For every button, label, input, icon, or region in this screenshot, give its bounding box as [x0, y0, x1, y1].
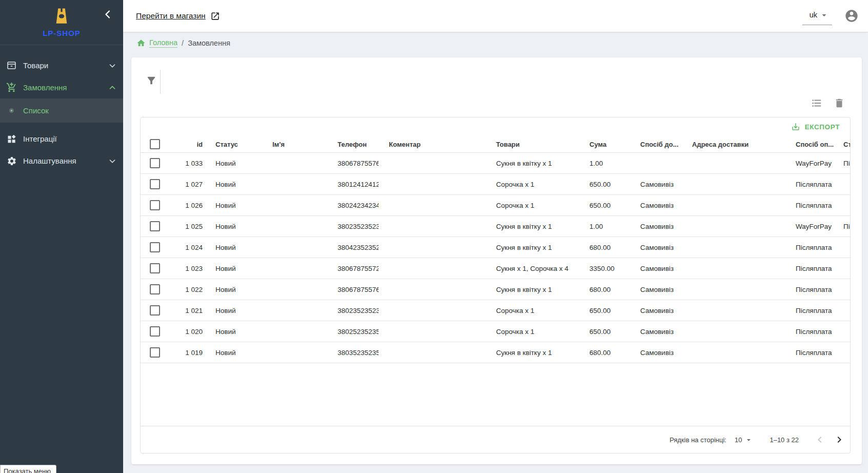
- column-header-payment[interactable]: Спосіб оп...: [785, 136, 837, 153]
- column-header-status[interactable]: Статус: [205, 136, 262, 153]
- row-checkbox-cell: [141, 195, 169, 216]
- pagination: Рядків на сторінці: 10 1–10 з 22: [141, 426, 850, 453]
- collapse-sidebar-icon[interactable]: [102, 8, 114, 21]
- cell-id: 1 024: [169, 237, 205, 258]
- table-row[interactable]: 1 024 Новий 380423523523 Сукня в квітку …: [141, 237, 850, 258]
- table-row[interactable]: 1 026 Новий 380242342342 Сорочка x 1 650…: [141, 195, 850, 216]
- sidebar-item-orders-list[interactable]: Список: [0, 98, 123, 123]
- cell-id: 1 019: [169, 342, 205, 363]
- cell-comment: [379, 174, 486, 195]
- cell-phone: 380678755765: [327, 279, 379, 300]
- gear-icon: [6, 155, 17, 166]
- cell-payment-status: [837, 174, 850, 195]
- chevron-down-icon: [108, 156, 117, 166]
- filter-funnel-icon[interactable]: [146, 75, 157, 86]
- table-row[interactable]: 1 027 Новий 380124124124 Сорочка x 1 650…: [141, 174, 850, 195]
- column-header-sum[interactable]: Сума: [579, 136, 630, 153]
- row-checkbox-cell: [141, 321, 169, 342]
- cell-address: [682, 153, 785, 174]
- row-checkbox[interactable]: [150, 305, 160, 316]
- cell-address: [682, 195, 785, 216]
- cell-delivery: Самовивіз: [630, 237, 682, 258]
- row-checkbox-cell: [141, 237, 169, 258]
- row-checkbox[interactable]: [150, 179, 160, 189]
- row-checkbox[interactable]: [150, 347, 160, 358]
- cell-comment: [379, 300, 486, 321]
- table-row[interactable]: 1 020 Новий 380252352352 Сорочка x 1 650…: [141, 321, 850, 342]
- row-checkbox[interactable]: [150, 158, 160, 168]
- logo[interactable]: LP-SHOP: [0, 0, 123, 45]
- column-header-payment-status[interactable]: Ст: [837, 136, 850, 153]
- rows-per-page-label: Рядків на сторінці:: [669, 436, 726, 444]
- row-checkbox[interactable]: [150, 242, 160, 252]
- sidebar-item-label: Товари: [23, 61, 48, 70]
- sidebar-item-integrations[interactable]: Інтеграції: [0, 128, 123, 150]
- cell-payment: Післяплата: [785, 258, 837, 279]
- cell-payment-status: [837, 279, 850, 300]
- status-tooltip: Показать меню: [0, 465, 56, 473]
- table-row[interactable]: 1 025 Новий 380235235235 Сукня в квітку …: [141, 216, 850, 237]
- external-link-icon: [210, 11, 220, 21]
- column-header-id[interactable]: id: [169, 136, 205, 153]
- cell-comment: [379, 321, 486, 342]
- column-header-delivery[interactable]: Спосіб до...: [630, 136, 682, 153]
- cell-payment-status: [837, 195, 850, 216]
- sidebar-item-label: Список: [23, 106, 49, 115]
- column-header-products[interactable]: Товари: [486, 136, 579, 153]
- row-checkbox[interactable]: [150, 263, 160, 273]
- cell-payment-status: [837, 321, 850, 342]
- cell-name: [262, 153, 327, 174]
- select-all-cell: [141, 136, 169, 153]
- column-list-icon[interactable]: [811, 97, 822, 109]
- table-row[interactable]: 1 033 Новий 380678755765 Сукня в квітку …: [141, 153, 850, 174]
- cell-comment: [379, 342, 486, 363]
- row-checkbox[interactable]: [150, 326, 160, 337]
- cell-status: Новий: [205, 153, 262, 174]
- avatar-icon[interactable]: [844, 9, 859, 23]
- sidebar-item-orders[interactable]: Замовлення: [0, 76, 123, 98]
- table-row[interactable]: 1 022 Новий 380678755765 Сукня в квітку …: [141, 279, 850, 300]
- breadcrumb-separator: /: [182, 39, 184, 47]
- sidebar-item-products[interactable]: Товари: [0, 54, 123, 76]
- row-checkbox[interactable]: [150, 200, 160, 210]
- export-button[interactable]: ЕКСПОРТ: [788, 120, 843, 133]
- sidebar: LP-SHOP Товари Замовлення: [0, 0, 123, 473]
- column-header-phone[interactable]: Телефон: [327, 136, 379, 153]
- export-label: ЕКСПОРТ: [805, 123, 840, 131]
- table-body: 1 033 Новий 380678755765 Сукня в квітку …: [141, 153, 850, 363]
- column-header-name[interactable]: Ім'я: [262, 136, 327, 153]
- table-wrap: id Статус Ім'я Телефон Коментар Товари С…: [141, 136, 850, 363]
- go-to-store-link[interactable]: Перейти в магазин: [136, 11, 220, 21]
- language-select[interactable]: uk: [802, 7, 832, 25]
- cell-products: Сукня в квітку x 1: [486, 342, 579, 363]
- orders-list-panel: ЕКСПОРТ id Статус Ім'я: [131, 57, 862, 464]
- cell-products: Сорочка x 1: [486, 321, 579, 342]
- sidebar-item-settings[interactable]: Налаштування: [0, 150, 123, 172]
- table-row[interactable]: 1 021 Новий 380235235235 Сорочка x 1 650…: [141, 300, 850, 321]
- trash-icon[interactable]: [834, 97, 845, 109]
- cell-sum: 1.00: [579, 153, 630, 174]
- rows-per-page-select[interactable]: 10: [735, 436, 753, 444]
- chevron-right-icon[interactable]: [833, 433, 846, 446]
- table-row[interactable]: 1 019 Новий 380352352353 Сукня в квітку …: [141, 342, 850, 363]
- cell-address: [682, 279, 785, 300]
- cell-products: Сукня в квітку x 1: [486, 153, 579, 174]
- cell-payment: Післяплата: [785, 174, 837, 195]
- row-checkbox[interactable]: [150, 284, 160, 294]
- cell-delivery: Самовивіз: [630, 321, 682, 342]
- cell-payment-status: [837, 342, 850, 363]
- table-row[interactable]: 1 023 Новий 380678755722 Сукня x 1, Соро…: [141, 258, 850, 279]
- row-checkbox[interactable]: [150, 221, 160, 231]
- row-checkbox-cell: [141, 174, 169, 195]
- cell-sum: 650.00: [579, 174, 630, 195]
- column-header-comment[interactable]: Коментар: [379, 136, 486, 153]
- export-download-icon: [791, 122, 800, 131]
- column-header-address[interactable]: Адреса доставки: [682, 136, 785, 153]
- row-checkbox-cell: [141, 279, 169, 300]
- breadcrumb-home-link[interactable]: Головна: [136, 38, 177, 48]
- topbar: Перейти в магазин uk: [123, 0, 868, 32]
- cell-sum: 680.00: [579, 342, 630, 363]
- cell-name: [262, 174, 327, 195]
- select-all-checkbox[interactable]: [150, 139, 160, 149]
- cell-address: [682, 174, 785, 195]
